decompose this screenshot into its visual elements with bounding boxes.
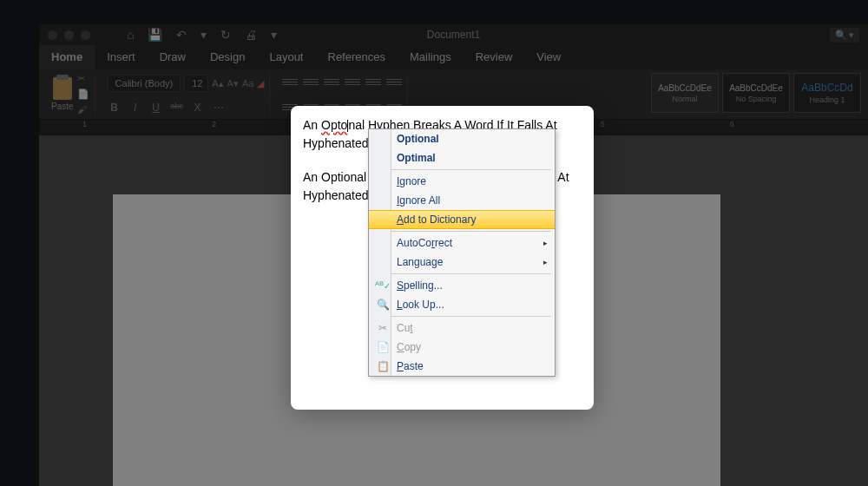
cut-mini-icon[interactable]: ✂ bbox=[77, 73, 89, 85]
spelling-error[interactable]: Opto bbox=[321, 118, 347, 132]
font-name-select[interactable]: Calibri (Body) bbox=[108, 75, 181, 92]
copy-icon: 📄 bbox=[376, 340, 390, 354]
tab-view[interactable]: View bbox=[524, 45, 573, 69]
clear-format-icon[interactable]: Aa bbox=[242, 78, 253, 89]
separator bbox=[372, 169, 551, 170]
tab-references[interactable]: References bbox=[316, 45, 398, 69]
tab-mailings[interactable]: Mailings bbox=[398, 45, 464, 69]
paste-label: Paste bbox=[51, 102, 74, 111]
subscript-button[interactable]: X bbox=[191, 102, 205, 114]
lookup-item[interactable]: 🔍Look Up... bbox=[369, 295, 555, 314]
ribbon-tabs: Home Insert Draw Design Layout Reference… bbox=[39, 45, 868, 69]
separator bbox=[372, 316, 551, 317]
language-item[interactable]: Language▸ bbox=[369, 253, 555, 272]
clipboard-icon bbox=[53, 77, 72, 100]
paste-button[interactable]: Paste bbox=[51, 77, 74, 111]
font-size-select[interactable]: 12 bbox=[184, 75, 208, 92]
submenu-arrow-icon: ▸ bbox=[543, 258, 548, 266]
tab-draw[interactable]: Draw bbox=[148, 45, 198, 69]
separator bbox=[372, 231, 551, 232]
search-box[interactable]: 🔍 ▾ bbox=[830, 28, 859, 43]
numbering-icon[interactable] bbox=[303, 75, 319, 89]
indent-left-icon[interactable] bbox=[345, 75, 360, 89]
suggestion-optimal[interactable]: Optimal bbox=[369, 148, 555, 167]
style-heading-1[interactable]: AaBbCcDd Heading 1 bbox=[793, 73, 861, 113]
text: Hyphenated bbox=[303, 188, 369, 202]
spellcheck-icon: ᴬᴮ✓ bbox=[376, 279, 390, 292]
spelling-item[interactable]: ᴬᴮ✓Spelling... bbox=[369, 276, 555, 295]
search-icon: 🔍 bbox=[835, 30, 847, 41]
paste-item[interactable]: 📋Paste bbox=[369, 357, 555, 376]
italic-button[interactable]: I bbox=[128, 102, 142, 114]
style-no-spacing[interactable]: AaBbCcDdEe No Spacing bbox=[722, 73, 790, 113]
indent-right-icon[interactable] bbox=[365, 75, 381, 89]
shrink-font-icon[interactable]: A▾ bbox=[227, 78, 239, 89]
undo-chevron-icon[interactable]: ▾ bbox=[201, 28, 207, 42]
tab-home[interactable]: Home bbox=[39, 45, 95, 69]
more-format-button[interactable]: ⋯ bbox=[212, 102, 226, 114]
style-normal[interactable]: AaBbCcDdEe Normal bbox=[651, 73, 719, 113]
tab-insert[interactable]: Insert bbox=[95, 45, 148, 69]
scissors-icon: ✂ bbox=[376, 321, 390, 335]
underline-button[interactable]: U bbox=[149, 102, 163, 114]
strike-button[interactable]: abc bbox=[170, 102, 184, 114]
undo-icon[interactable]: ↶ bbox=[176, 28, 187, 42]
copy-item: 📄Copy bbox=[369, 338, 555, 357]
tab-design[interactable]: Design bbox=[198, 45, 257, 69]
context-menu: Optional Optimal Ignore Ignore All Add t… bbox=[368, 128, 556, 377]
qat-more-icon[interactable]: ▾ bbox=[271, 28, 277, 42]
cut-item: ✂Cut bbox=[369, 319, 555, 338]
text: Hyphenated bbox=[303, 136, 369, 150]
text: An Optional bbox=[303, 170, 366, 184]
document-title: Document1 bbox=[427, 29, 480, 41]
print-icon[interactable]: 🖨 bbox=[245, 28, 257, 42]
save-icon[interactable]: 💾 bbox=[148, 28, 162, 42]
grow-font-icon[interactable]: A▴ bbox=[212, 78, 223, 89]
text: An bbox=[303, 118, 321, 132]
tab-review[interactable]: Review bbox=[464, 45, 525, 69]
paste-icon: 📋 bbox=[376, 359, 390, 373]
tab-layout[interactable]: Layout bbox=[257, 45, 315, 69]
autocorrect-item[interactable]: AutoCorrect▸ bbox=[369, 233, 555, 253]
separator bbox=[372, 273, 551, 274]
submenu-arrow-icon: ▸ bbox=[543, 239, 548, 247]
window-controls[interactable] bbox=[48, 30, 90, 40]
home-icon[interactable]: ⌂ bbox=[127, 28, 134, 42]
ignore-item[interactable]: Ignore bbox=[369, 172, 555, 191]
highlight-icon[interactable]: ◢ bbox=[257, 78, 264, 89]
ignore-all-item[interactable]: Ignore All bbox=[369, 191, 555, 210]
bullets-icon[interactable] bbox=[282, 75, 298, 89]
search-chevron-icon: ▾ bbox=[849, 30, 854, 41]
multilevel-icon[interactable] bbox=[324, 75, 339, 89]
text: nal bbox=[348, 118, 365, 132]
suggestion-optional[interactable]: Optional bbox=[369, 129, 555, 148]
copy-mini-icon[interactable]: 📄 bbox=[77, 89, 89, 101]
sort-icon[interactable] bbox=[386, 75, 402, 89]
lookup-icon: 🔍 bbox=[376, 298, 390, 312]
bold-button[interactable]: B bbox=[108, 102, 122, 114]
add-to-dictionary-item[interactable]: Add to Dictionary bbox=[369, 210, 555, 229]
style-gallery: AaBbCcDdEe Normal AaBbCcDdEe No Spacing … bbox=[651, 73, 861, 115]
format-painter-icon[interactable]: 🖌 bbox=[77, 104, 89, 116]
refresh-icon[interactable]: ↻ bbox=[220, 28, 231, 42]
